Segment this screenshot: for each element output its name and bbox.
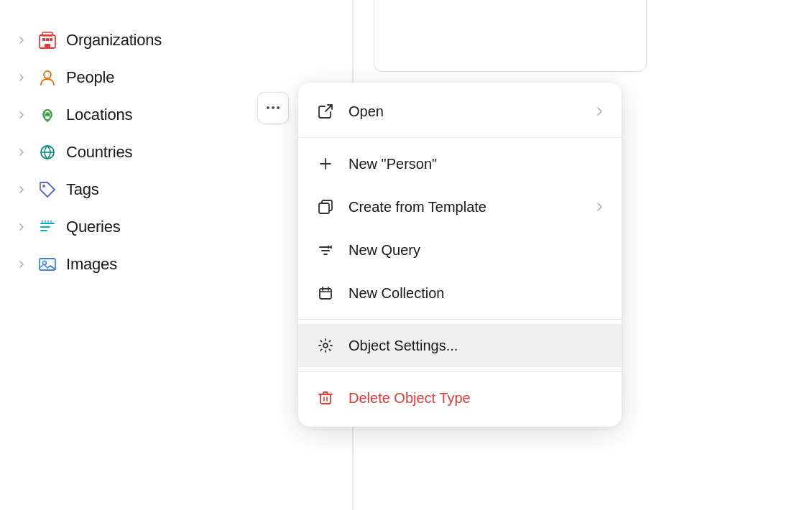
chevron-icon: [14, 257, 29, 272]
menu-item-open[interactable]: Open: [298, 90, 622, 133]
svg-rect-5: [42, 32, 52, 36]
svg-point-6: [44, 71, 51, 78]
people-label: People: [66, 68, 114, 87]
images-icon: [37, 254, 57, 274]
locations-icon: [37, 105, 57, 125]
delete-object-type-label: Delete Object Type: [349, 390, 604, 407]
locations-label: Locations: [66, 106, 132, 124]
context-menu: Open New "Person" Create from Template: [298, 83, 622, 427]
svg-rect-4: [45, 44, 50, 48]
more-dots-icon: [267, 106, 280, 109]
svg-point-9: [46, 112, 49, 115]
people-icon: [37, 68, 57, 88]
organizations-label: Organizations: [66, 31, 162, 50]
menu-item-object-settings[interactable]: Object Settings...: [298, 324, 622, 367]
collection-icon: [315, 283, 336, 303]
menu-item-new-collection[interactable]: New Collection: [298, 272, 622, 315]
tags-icon: [37, 180, 57, 200]
menu-item-new-query[interactable]: New Query: [298, 228, 622, 272]
sidebar-item-countries[interactable]: Countries: [0, 134, 259, 171]
queries-label: Queries: [66, 218, 121, 236]
svg-rect-21: [320, 289, 331, 299]
chevron-icon: [14, 108, 29, 122]
menu-divider-2: [298, 319, 622, 320]
svg-point-22: [323, 343, 328, 348]
sidebar-item-organizations[interactable]: Organizations: [0, 22, 259, 59]
countries-icon: [37, 142, 57, 162]
tags-label: Tags: [66, 180, 99, 199]
sidebar-item-queries[interactable]: Queries: [0, 208, 259, 246]
new-query-label: New Query: [349, 242, 604, 259]
organizations-icon: [37, 30, 57, 50]
new-collection-label: New Collection: [349, 285, 604, 302]
gear-icon: [315, 335, 336, 356]
svg-rect-23: [320, 394, 331, 404]
menu-item-delete-object-type[interactable]: Delete Object Type: [298, 376, 622, 419]
svg-rect-2: [46, 38, 49, 41]
images-label: Images: [66, 255, 117, 274]
background-rect: [374, 0, 647, 72]
external-link-icon: [315, 101, 336, 121]
open-label: Open: [349, 103, 581, 120]
plus-icon: [315, 154, 336, 174]
sidebar: Organizations People: [0, 0, 259, 510]
chevron-icon: [14, 70, 29, 85]
copy-icon: [315, 197, 336, 217]
chevron-icon: [14, 33, 29, 47]
more-options-button[interactable]: [257, 92, 289, 124]
menu-divider-3: [298, 371, 622, 372]
queries-icon: [37, 217, 57, 237]
open-chevron-icon: [594, 106, 604, 116]
menu-item-create-from-template[interactable]: Create from Template: [298, 185, 622, 228]
sidebar-item-locations[interactable]: Locations: [0, 96, 259, 134]
create-from-template-label: Create from Template: [349, 199, 581, 215]
trash-icon: [315, 388, 336, 408]
sidebar-item-people[interactable]: People: [0, 59, 259, 96]
object-settings-label: Object Settings...: [349, 338, 604, 354]
new-person-label: New "Person": [349, 156, 604, 172]
filter-icon: [315, 240, 336, 260]
chevron-icon: [14, 145, 29, 159]
svg-rect-1: [42, 38, 45, 41]
countries-label: Countries: [66, 143, 132, 162]
svg-point-11: [42, 185, 45, 187]
template-chevron-icon: [594, 202, 604, 212]
sidebar-item-tags[interactable]: Tags: [0, 171, 259, 208]
chevron-icon: [14, 220, 29, 234]
menu-item-new-person[interactable]: New "Person": [298, 142, 622, 185]
menu-divider-1: [298, 137, 622, 138]
chevron-icon: [14, 182, 29, 197]
svg-rect-3: [50, 38, 52, 41]
svg-rect-17: [319, 203, 329, 213]
sidebar-item-images[interactable]: Images: [0, 246, 259, 283]
